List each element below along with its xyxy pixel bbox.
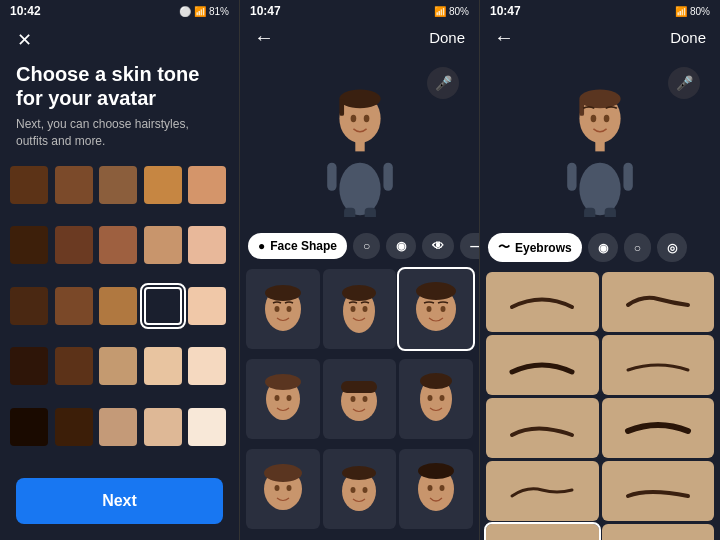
skin-swatch-20[interactable] — [10, 408, 48, 446]
skin-swatch-8[interactable] — [144, 226, 182, 264]
svg-point-0 — [339, 163, 380, 216]
mic-badge-2[interactable]: 🎤 — [427, 67, 459, 99]
face-option-8[interactable] — [399, 449, 473, 529]
skin-swatch-4[interactable] — [188, 166, 226, 204]
tab-eyebrows[interactable]: 〜 Eyebrows — [488, 233, 582, 262]
skin-swatch-17[interactable] — [99, 347, 137, 385]
skin-swatch-23[interactable] — [144, 408, 182, 446]
mic-badge-3[interactable]: 🎤 — [668, 67, 700, 99]
skin-tone-grid — [0, 162, 239, 468]
eyebrow-svg-6 — [507, 476, 577, 506]
svg-point-54 — [604, 115, 610, 123]
svg-rect-57 — [605, 208, 616, 217]
eyebrow-option-3[interactable] — [602, 335, 715, 395]
eyebrow-option-2[interactable] — [486, 335, 599, 395]
face-option-5[interactable] — [399, 359, 473, 439]
face-thumb-4 — [331, 371, 387, 427]
tab-feature-5[interactable]: — — [460, 233, 479, 259]
skin-swatch-19[interactable] — [188, 347, 226, 385]
whatsapp-icon: ⚪ — [179, 6, 191, 17]
eyebrow-option-7[interactable] — [602, 461, 715, 521]
next-button[interactable]: Next — [16, 478, 223, 524]
eyebrow-option-1[interactable] — [602, 272, 715, 332]
svg-point-23 — [427, 306, 432, 312]
tab-face-shape[interactable]: ● Face Shape — [248, 233, 347, 259]
back-button-2[interactable]: ← — [254, 26, 274, 49]
eyebrow-option-8[interactable] — [486, 524, 599, 540]
tab-feature-3[interactable]: ◉ — [386, 233, 416, 259]
face-option-1[interactable] — [323, 269, 397, 349]
tab-feature-2[interactable]: ○ — [353, 233, 380, 259]
face-thumb-2 — [408, 281, 464, 337]
skin-swatch-15[interactable] — [10, 347, 48, 385]
skin-swatch-14[interactable] — [188, 287, 226, 325]
svg-rect-6 — [355, 140, 364, 151]
face-option-7[interactable] — [323, 449, 397, 529]
svg-point-39 — [274, 485, 279, 491]
svg-point-36 — [440, 395, 445, 401]
face-option-4[interactable] — [323, 359, 397, 439]
tab-eb-feature-3[interactable]: ○ — [624, 233, 651, 262]
svg-point-51 — [579, 90, 620, 109]
eyebrow-options-grid — [480, 268, 720, 540]
skin-swatch-13[interactable] — [144, 287, 182, 325]
svg-rect-12 — [383, 163, 392, 191]
skin-swatch-0[interactable] — [10, 166, 48, 204]
eyebrow-option-6[interactable] — [486, 461, 599, 521]
face-thumb-1 — [331, 281, 387, 337]
eyebrows-panel: 10:47 📶 80% ← Done — [480, 0, 720, 540]
back-button-3[interactable]: ← — [494, 26, 514, 49]
close-button[interactable]: ✕ — [10, 26, 38, 54]
status-bar-2: 10:47 📶 80% — [240, 0, 479, 22]
skin-swatch-9[interactable] — [188, 226, 226, 264]
face-option-2[interactable] — [399, 269, 473, 349]
skin-swatch-3[interactable] — [144, 166, 182, 204]
done-button-3[interactable]: Done — [670, 29, 706, 46]
feature-5-icon: — — [470, 239, 479, 253]
signal-icon-3: 📶 — [675, 6, 687, 17]
eyebrows-label: Eyebrows — [515, 241, 572, 255]
face-thumb-5 — [408, 371, 464, 427]
skin-swatch-11[interactable] — [55, 287, 93, 325]
skin-swatch-7[interactable] — [99, 226, 137, 264]
svg-point-38 — [264, 464, 302, 482]
battery-icon: 81% — [209, 6, 229, 17]
tab-eb-feature-2[interactable]: ◉ — [588, 233, 618, 262]
face-option-6[interactable] — [246, 449, 320, 529]
skin-swatch-5[interactable] — [10, 226, 48, 264]
face-option-3[interactable] — [246, 359, 320, 439]
svg-point-19 — [351, 306, 356, 312]
skin-swatch-2[interactable] — [99, 166, 137, 204]
skin-swatch-24[interactable] — [188, 408, 226, 446]
skin-swatch-6[interactable] — [55, 226, 93, 264]
svg-point-2 — [339, 90, 380, 109]
mic-icon-3: 🎤 — [676, 75, 693, 91]
skin-swatch-16[interactable] — [55, 347, 93, 385]
skin-swatch-18[interactable] — [144, 347, 182, 385]
tab-feature-4[interactable]: 👁 — [422, 233, 454, 259]
eyebrow-option-0[interactable] — [486, 272, 599, 332]
eb-feature-3-icon: ○ — [634, 241, 641, 255]
skin-swatch-12[interactable] — [99, 287, 137, 325]
time-1: 10:42 — [10, 4, 41, 18]
svg-point-32 — [363, 396, 368, 402]
svg-rect-56 — [584, 208, 595, 217]
svg-point-53 — [591, 115, 597, 123]
face-thumb-3 — [255, 371, 311, 427]
skin-swatch-21[interactable] — [55, 408, 93, 446]
eyebrow-option-4[interactable] — [486, 398, 599, 458]
skin-swatch-22[interactable] — [99, 408, 137, 446]
skin-tone-title: Choose a skin tone for your avatar — [0, 58, 239, 116]
done-button-2[interactable]: Done — [429, 29, 465, 46]
eyebrow-option-5[interactable] — [602, 398, 715, 458]
skin-swatch-1[interactable] — [55, 166, 93, 204]
svg-point-40 — [286, 485, 291, 491]
svg-rect-8 — [364, 208, 375, 217]
face-option-0[interactable] — [246, 269, 320, 349]
feature-4-icon: 👁 — [432, 239, 444, 253]
skin-tone-panel: 10:42 ⚪ 📶 81% ✕ Choose a skin tone for y… — [0, 0, 240, 540]
eyebrow-option-9[interactable] — [602, 524, 715, 540]
panel2-nav: ← Done — [240, 22, 479, 57]
skin-swatch-10[interactable] — [10, 287, 48, 325]
tab-eb-feature-4[interactable]: ◎ — [657, 233, 687, 262]
